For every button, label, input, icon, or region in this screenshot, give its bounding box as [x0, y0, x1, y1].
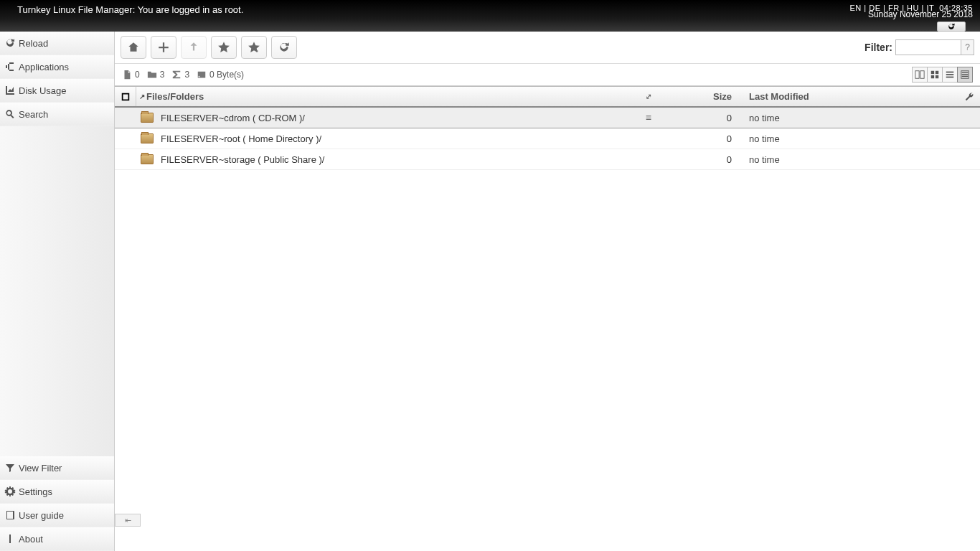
row-modified: no time	[743, 154, 958, 165]
banner-refresh-button[interactable]	[937, 22, 966, 32]
file-icon	[122, 70, 132, 80]
status-folders: 3	[147, 70, 165, 80]
column-name[interactable]: ↗ Files/Folders ⤢	[136, 91, 657, 102]
sidebar-item-settings[interactable]: Settings	[0, 480, 114, 504]
view-details-button[interactable]	[957, 67, 973, 83]
search-icon	[4, 108, 16, 120]
status-bytes: 0 Byte(s)	[197, 70, 244, 80]
sidebar-item-label: View Filter	[19, 463, 62, 474]
sidebar: ReloadApplicationsDisk UsageSearch View …	[0, 32, 115, 551]
upload-icon	[187, 41, 200, 54]
sum-icon	[171, 70, 182, 80]
toolbar: Filter: ?	[115, 32, 980, 64]
sidebar-item-label: Reload	[19, 38, 48, 49]
sort-asc-icon: ↗	[139, 93, 145, 100]
status-files: 0	[122, 70, 140, 80]
row-modified: no time	[743, 113, 958, 123]
table-row[interactable]: FILESERVER~storage ( Public Share )/ 0 n…	[115, 149, 980, 170]
row-modified: no time	[743, 133, 958, 144]
row-size: 0	[657, 154, 743, 165]
row-size: 0	[657, 113, 743, 123]
row-menu-icon[interactable]: ≡	[646, 112, 651, 123]
row-name: FILESERVER~root ( Home Directory )/	[161, 133, 321, 144]
sidebar-item-userguide[interactable]: User guide	[0, 504, 114, 527]
folder-icon	[147, 70, 157, 80]
disk-icon	[197, 70, 207, 80]
refresh-button[interactable]	[271, 36, 297, 59]
column-settings-button[interactable]	[958, 92, 980, 102]
filter-help-button[interactable]: ?	[961, 39, 974, 55]
sidebar-item-label: Applications	[19, 62, 69, 72]
sidebar-item-label: Settings	[19, 486, 52, 497]
sidebar-item-about[interactable]: About	[0, 527, 114, 551]
status-total: 3	[171, 70, 189, 80]
filter-icon	[4, 462, 16, 474]
top-banner: Turnkey Linux File Manager: You are logg…	[0, 0, 980, 32]
filter-input[interactable]	[895, 39, 961, 55]
column-header: ↗ Files/Folders ⤢ Size Last Modified	[115, 86, 980, 108]
gear-icon	[4, 486, 16, 497]
sidebar-item-label: Search	[19, 109, 48, 120]
grid-icon	[930, 70, 940, 80]
wrench-icon	[964, 92, 974, 102]
view-grid-button[interactable]	[927, 67, 943, 83]
sidebar-item-viewfilter[interactable]: View Filter	[0, 456, 114, 480]
view-list-button[interactable]	[942, 67, 958, 83]
column-modified[interactable]: Last Modified	[743, 91, 958, 102]
status-bar: 0 3 3 0 Byte(s)	[115, 64, 980, 86]
sidebar-item-label: User guide	[19, 510, 64, 521]
sidebar-item-reload[interactable]: Reload	[0, 32, 114, 55]
folder-icon	[141, 113, 154, 123]
sidebar-item-search[interactable]: Search	[0, 103, 114, 126]
row-size: 0	[657, 133, 743, 144]
table-row[interactable]: FILESERVER~root ( Home Directory )/ 0 no…	[115, 128, 980, 149]
apps-icon	[4, 61, 16, 72]
new-button[interactable]	[151, 36, 176, 59]
sidebar-collapse-handle[interactable]: ⇤	[115, 514, 141, 527]
column-size[interactable]: Size	[657, 91, 743, 102]
view-columns-button[interactable]	[912, 67, 928, 83]
home-icon	[127, 41, 140, 54]
checkbox-icon	[121, 92, 131, 102]
row-name: FILESERVER~cdrom ( CD-ROM )/	[161, 113, 305, 123]
sidebar-item-label: Disk Usage	[19, 85, 66, 96]
sidebar-item-diskusage[interactable]: Disk Usage	[0, 79, 114, 103]
up-button[interactable]	[181, 36, 207, 59]
folder-icon	[141, 154, 154, 164]
sidebar-item-applications[interactable]: Applications	[0, 55, 114, 79]
info-icon	[4, 533, 16, 545]
star-icon	[217, 41, 230, 54]
book-icon	[4, 509, 16, 521]
refresh-icon	[278, 41, 291, 54]
table-row[interactable]: FILESERVER~cdrom ( CD-ROM )/ ≡ 0 no time	[115, 108, 980, 128]
chart-icon	[4, 85, 16, 96]
refresh-icon	[947, 22, 956, 31]
bookmark-add-button[interactable]	[241, 36, 267, 59]
filter-label: Filter:	[864, 42, 892, 53]
list-icon	[945, 70, 955, 80]
refresh-icon	[4, 37, 16, 49]
plus-icon	[157, 41, 170, 54]
banner-title: Turnkey Linux File Manager: You are logg…	[17, 4, 243, 15]
star-add-icon	[248, 41, 260, 54]
columns-icon	[915, 70, 925, 80]
row-name: FILESERVER~storage ( Public Share )/	[161, 154, 324, 165]
home-button[interactable]	[121, 36, 146, 59]
file-list: FILESERVER~cdrom ( CD-ROM )/ ≡ 0 no time…	[115, 108, 980, 551]
expand-icon: ⤢	[646, 93, 651, 100]
details-icon	[960, 70, 970, 80]
bookmark-button[interactable]	[211, 36, 237, 59]
banner-date: Sunday November 25 2018	[849, 11, 973, 19]
select-all-checkbox[interactable]	[115, 87, 136, 106]
folder-icon	[141, 133, 154, 143]
sidebar-item-label: About	[19, 534, 43, 545]
